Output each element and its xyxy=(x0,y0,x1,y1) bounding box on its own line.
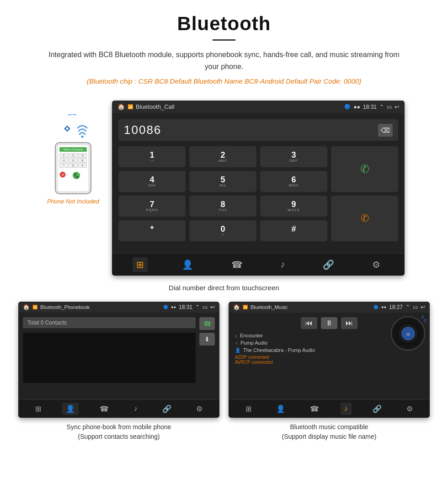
end-call-button[interactable]: ✆ xyxy=(331,196,398,241)
back-icon: ↩ xyxy=(395,104,399,110)
music-caption: Bluetooth music compatible (Support disp… xyxy=(282,422,377,442)
phonebook-time: 18:31 xyxy=(179,304,192,310)
key-8[interactable]: 8TUV xyxy=(189,196,256,217)
footer-keypad-btn[interactable]: ⊞ xyxy=(133,257,148,272)
pb-bt-icon: 🔵 xyxy=(163,305,168,309)
pb-header-right: 🔵 ●● 18:31 ⌃ ▭ ↩ xyxy=(163,304,215,310)
call-section: ⁀ ⬦ Add to Contacts 123 456 *0# ✕ xyxy=(0,101,448,276)
phonebook-caption: Sync phone-book from mobile phone (Suppo… xyxy=(67,422,171,442)
key-hash[interactable]: # xyxy=(260,220,327,241)
key-4[interactable]: 4GHI xyxy=(118,171,186,192)
music-footer-music[interactable]: ♪ xyxy=(341,403,352,415)
keypad-grid: 1○○ 2ABC 3DEF ✆ 4GHI 5JKL 6MNO 7PQRS 8TU… xyxy=(118,146,398,241)
music-footer: ⊞ 👤 ☎ ♪ 🔗 ⚙ xyxy=(229,399,430,418)
footer-phone-btn[interactable]: ☎ xyxy=(228,257,246,272)
dialer-header-right: 🔵 ●● 18:31 ⌃ ▭ ↩ xyxy=(344,104,399,110)
key-3[interactable]: 3DEF xyxy=(260,146,327,167)
music-body: ⏮ ⏸ ⏭ ⬦ ♪ ♫ ♪ Encounter xyxy=(229,313,430,399)
footer-link-btn[interactable]: 🔗 xyxy=(319,257,338,272)
dialer-body: 10086 ⌫ 1○○ 2ABC 3DEF ✆ 4GHI 5JKL 6MNO 7… xyxy=(112,113,405,253)
next-btn[interactable]: ⏭ xyxy=(341,317,357,329)
track-name: Encounter xyxy=(240,333,263,338)
music-footer-settings[interactable]: ⚙ xyxy=(403,403,416,415)
music-footer-keypad[interactable]: ⊞ xyxy=(242,403,255,415)
music-signal: ●● xyxy=(381,305,386,309)
phone-keypad: 123 456 *0# xyxy=(59,153,87,168)
svg-point-2 xyxy=(81,136,84,138)
phonebook-title: Bluetooth_Phonebook xyxy=(40,304,90,310)
music-screen-header: 🏠 📶 Bluetooth_Music 🔵 ●● 18:27 ⌃ ▭ ↩ xyxy=(229,302,430,313)
phonebook-list-area xyxy=(23,333,196,383)
dialer-input-row: 10086 ⌫ xyxy=(118,119,398,141)
key-star[interactable]: * xyxy=(118,220,186,241)
music-panel: 🏠 📶 Bluetooth_Music 🔵 ●● 18:27 ⌃ ▭ ↩ ⏮ ⏸ xyxy=(229,302,430,442)
dialer-header-left: 🏠 📶 Bluetooth_Call xyxy=(117,103,175,110)
key-6[interactable]: 6MNO xyxy=(260,171,327,192)
phonebook-panel: 🏠 📶 Bluetooth_Phonebook 🔵 ●● 18:31 ⌃ ▭ ↩… xyxy=(18,302,219,442)
footer-music-btn[interactable]: ♪ xyxy=(277,257,288,272)
key-7[interactable]: 7PQRS xyxy=(118,196,186,217)
audio-name: Pump Audio xyxy=(240,340,267,346)
music-title: Bluetooth_Music xyxy=(251,304,288,310)
a2dp-connected: A2DP connected xyxy=(235,355,423,360)
page-title: Bluetooth xyxy=(27,13,421,35)
pb-expand: ⌃ xyxy=(195,304,200,310)
music-vinyl: ⬦ ♪ ♫ xyxy=(391,316,425,351)
subtitle: Integrated with BC8 Bluetooth module, su… xyxy=(41,49,407,72)
phone-screen-header: Add to Contacts xyxy=(59,147,87,152)
pb-footer-link[interactable]: 🔗 xyxy=(159,403,175,415)
key-2[interactable]: 2ABC xyxy=(189,146,256,167)
pb-footer-contacts[interactable]: 👤 xyxy=(62,403,79,415)
backspace-button[interactable]: ⌫ xyxy=(378,124,393,137)
play-pause-btn[interactable]: ⏸ xyxy=(321,317,337,329)
music-window: ▭ xyxy=(413,304,418,310)
music-caption-line1: Bluetooth music compatible xyxy=(290,423,368,431)
footer-settings-btn[interactable]: ⚙ xyxy=(368,257,384,272)
music-footer-phone[interactable]: ☎ xyxy=(306,403,323,415)
music-back: ↩ xyxy=(421,304,425,310)
call-button[interactable]: ✆ xyxy=(331,146,398,192)
music-bt-icon: 🔵 xyxy=(373,305,379,309)
dialer-time: 18:31 xyxy=(363,104,377,110)
bt-status-icon: 🔵 xyxy=(344,104,351,110)
pb-footer-settings[interactable]: ⚙ xyxy=(192,403,206,415)
phonebook-search[interactable]: Total 0 Contacts xyxy=(23,317,196,328)
phonebook-caption-line1: Sync phone-book from mobile phone xyxy=(67,423,171,431)
key-5[interactable]: 5JKL xyxy=(189,171,256,192)
music-footer-contacts[interactable]: 👤 xyxy=(272,403,289,415)
music-signal-icon: 📶 xyxy=(243,305,248,309)
music-car-screen: 🏠 📶 Bluetooth_Music 🔵 ●● 18:27 ⌃ ▭ ↩ ⏮ ⏸ xyxy=(229,302,430,418)
music-footer-link[interactable]: 🔗 xyxy=(369,403,385,415)
footer-contacts-btn[interactable]: 👤 xyxy=(178,257,197,272)
phonebook-footer: ⊞ 👤 ☎ ♪ 🔗 ⚙ xyxy=(18,399,219,418)
key-9[interactable]: 9WXYZ xyxy=(260,196,327,217)
pb-footer-phone[interactable]: ☎ xyxy=(96,403,112,415)
key-1[interactable]: 1○○ xyxy=(118,146,186,167)
prev-btn[interactable]: ⏮ xyxy=(301,317,317,329)
music-time: 18:27 xyxy=(389,304,403,310)
dialer-number: 10086 xyxy=(124,123,378,137)
pb-footer-music[interactable]: ♪ xyxy=(130,403,141,415)
music-note-icon: ♪ xyxy=(235,333,237,338)
signal-bars: ●● xyxy=(353,104,360,110)
artist-name: The Cheebacabra - Pump Audio xyxy=(243,347,315,353)
pb-signal-icon: 📶 xyxy=(32,305,37,309)
dialer-screen-footer: ⊞ 👤 ☎ ♪ 🔗 ⚙ xyxy=(112,253,405,276)
pb-download-btn[interactable]: ⬇ xyxy=(199,333,215,346)
window-icon: ▭ xyxy=(387,104,392,110)
signal-icon: 📶 xyxy=(128,104,133,109)
pb-footer-keypad[interactable]: ⊞ xyxy=(32,403,45,415)
pb-signal: ●● xyxy=(171,305,176,309)
music-expand: ⌃ xyxy=(405,304,410,310)
bluetooth-waves-icon: ⁀ ⬦ xyxy=(55,114,91,142)
phonebook-body-flex: Total 0 Contacts ☎ ⬇ xyxy=(23,317,215,387)
vinyl-bluetooth-icon: ⬦ xyxy=(401,327,415,341)
dialer-screen-header: 🏠 📶 Bluetooth_Call 🔵 ●● 18:31 ⌃ ▭ ↩ xyxy=(112,101,405,113)
home-icon: 🏠 xyxy=(117,103,125,110)
phone-mockup: Add to Contacts 123 456 *0# ✕ 📞 xyxy=(55,142,91,194)
music-caption-line2: (Support display music file name) xyxy=(282,433,377,440)
phone-screen: Add to Contacts 123 456 *0# ✕ 📞 xyxy=(58,145,88,191)
phone-illustration: ⁀ ⬦ Add to Contacts 123 456 *0# ✕ xyxy=(43,101,103,205)
key-0[interactable]: 0+ xyxy=(189,220,256,241)
pb-call-btn[interactable]: ☎ xyxy=(199,317,215,330)
